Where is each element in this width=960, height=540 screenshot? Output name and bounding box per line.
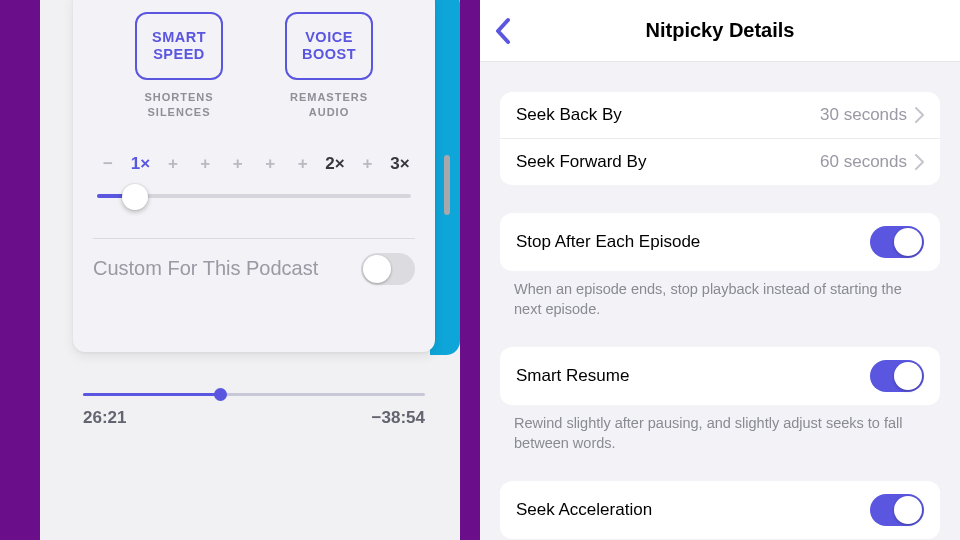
progress-area: 26:21 −38:54 [83,393,425,428]
nav-bar: Nitpicky Details [480,0,960,62]
speed-2x[interactable]: 2× [324,154,346,174]
playback-card: SMART SPEED SHORTENS SILENCES VOICE BOOS… [73,0,435,352]
time-elapsed: 26:21 [83,408,126,428]
speed-plus-2[interactable]: + [194,154,216,174]
smart-speed-button[interactable]: SMART SPEED [135,12,223,80]
speed-plus-6[interactable]: + [357,154,379,174]
progress-fill [83,393,220,396]
feature-smart-speed: SMART SPEED SHORTENS SILENCES [124,12,234,120]
speed-plus-3[interactable]: + [227,154,249,174]
smart-resume-label: Smart Resume [516,366,629,386]
seek-forward-label: Seek Forward By [516,152,646,172]
speed-minus[interactable]: − [97,154,119,174]
chevron-right-icon [915,154,924,170]
smart-resume-section: Smart Resume [500,347,940,405]
chevron-right-icon [915,107,924,123]
voice-boost-button[interactable]: VOICE BOOST [285,12,373,80]
seek-accel-label: Seek Acceleration [516,500,652,520]
stop-after-label: Stop After Each Episode [516,232,700,252]
progress-knob[interactable] [214,388,227,401]
speed-1x[interactable]: 1× [129,154,151,174]
seek-accel-row: Seek Acceleration [500,481,940,539]
speed-3x[interactable]: 3× [389,154,411,174]
speed-slider[interactable] [93,176,415,216]
seek-forward-value: 60 seconds [820,152,907,172]
speed-plus-4[interactable]: + [259,154,281,174]
seek-section: Seek Back By 30 seconds Seek Forward By … [500,92,940,185]
feature-voice-boost: VOICE BOOST REMASTERS AUDIO [274,12,384,120]
seek-accel-toggle[interactable] [870,494,924,526]
playback-panel: SMART SPEED SHORTENS SILENCES VOICE BOOS… [0,0,480,540]
smart-resume-note: Rewind slightly after pausing, and sligh… [514,413,930,453]
time-labels: 26:21 −38:54 [83,408,425,428]
speed-marks: − 1× + + + + + 2× + 3× [93,154,415,174]
chevron-left-icon [494,17,512,45]
seek-back-value: 30 seconds [820,105,907,125]
progress-track[interactable] [83,393,425,396]
feature-row: SMART SPEED SHORTENS SILENCES VOICE BOOS… [93,12,415,120]
voice-boost-caption: REMASTERS AUDIO [290,90,368,120]
custom-for-podcast-toggle[interactable] [361,253,415,285]
time-remaining: −38:54 [372,408,425,428]
back-button[interactable] [494,17,512,45]
card-divider [93,238,415,239]
scroll-indicator[interactable] [444,155,450,215]
seek-forward-row[interactable]: Seek Forward By 60 seconds [500,139,940,185]
stop-after-note: When an episode ends, stop playback inst… [514,279,930,319]
custom-row: Custom For This Podcast [93,253,415,285]
left-surface: SMART SPEED SHORTENS SILENCES VOICE BOOS… [40,0,460,540]
speed-plus-5[interactable]: + [292,154,314,174]
stop-after-toggle[interactable] [870,226,924,258]
seek-back-label: Seek Back By [516,105,622,125]
smart-resume-toggle[interactable] [870,360,924,392]
speed-plus-1[interactable]: + [162,154,184,174]
speed-knob[interactable] [122,184,148,210]
settings-screen: Nitpicky Details Seek Back By 30 seconds… [480,0,960,540]
stop-after-row: Stop After Each Episode [500,213,940,271]
smart-resume-row: Smart Resume [500,347,940,405]
smart-speed-caption: SHORTENS SILENCES [144,90,213,120]
stop-after-section: Stop After Each Episode [500,213,940,271]
custom-for-podcast-label: Custom For This Podcast [93,257,318,280]
page-title: Nitpicky Details [646,19,795,42]
seek-back-row[interactable]: Seek Back By 30 seconds [500,92,940,139]
seek-accel-section: Seek Acceleration [500,481,940,539]
